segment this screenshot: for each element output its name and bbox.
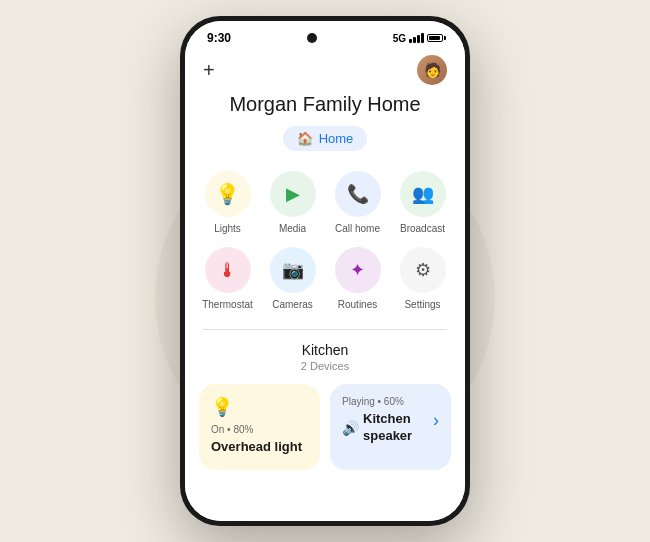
status-time: 9:30 [207,31,231,45]
signal-bars [409,33,424,43]
routines-label: Routines [338,299,377,311]
home-chip-container: 🏠 Home [185,126,465,151]
callhome-icon: 📞 [347,183,369,205]
lights-label: Lights [214,223,241,235]
grid-item-lights[interactable]: 💡 Lights [195,167,260,239]
status-icons: 5G [393,33,443,44]
speaker-card-chevron[interactable]: › [433,410,439,431]
light-card-name: Overhead light [211,439,308,456]
home-chip[interactable]: 🏠 Home [283,126,368,151]
media-icon-circle: ▶ [270,171,316,217]
camera-notch [307,33,317,43]
grid-item-media[interactable]: ▶ Media [260,167,325,239]
section-divider [203,329,447,330]
cameras-icon: 📷 [282,259,304,281]
speaker-card-top: Playing • 60% 🔊 Kitchen speaker › [342,396,439,445]
callhome-icon-circle: 📞 [335,171,381,217]
broadcast-icon: 👥 [412,183,434,205]
bar1 [409,39,412,43]
home-chip-label: Home [319,131,354,146]
lights-icon-circle: 💡 [205,171,251,217]
grid-item-thermostat[interactable]: 🌡 Thermostat [195,243,260,315]
status-bar: 9:30 5G [185,21,465,49]
grid-item-routines[interactable]: ✦ Routines [325,243,390,315]
speaker-card-status: Playing • 60% [342,396,433,407]
device-cards: 💡 On • 80% Overhead light Playing • 60% … [185,384,465,486]
grid-item-broadcast[interactable]: 👥 Broadcast [390,167,455,239]
speaker-card-left: Playing • 60% 🔊 Kitchen speaker [342,396,433,445]
avatar[interactable]: 🧑 [417,55,447,85]
signal-label: 5G [393,33,406,44]
settings-label: Settings [404,299,440,311]
grid-item-cameras[interactable]: 📷 Cameras [260,243,325,315]
light-card-status: On • 80% [211,424,308,435]
shortcut-grid: 💡 Lights ▶ Media 📞 Call home [185,167,465,315]
speaker-icon: 🔊 [342,420,359,436]
cameras-icon-circle: 📷 [270,247,316,293]
light-card[interactable]: 💡 On • 80% Overhead light [199,384,320,470]
speaker-card[interactable]: Playing • 60% 🔊 Kitchen speaker › [330,384,451,470]
light-card-icon: 💡 [211,396,308,418]
bar3 [417,35,420,43]
room-title: Kitchen [185,342,465,358]
add-button[interactable]: + [203,59,215,82]
broadcast-label: Broadcast [400,223,445,235]
thermostat-label: Thermostat [202,299,253,311]
bar2 [413,37,416,43]
app-content: + 🧑 Morgan Family Home 🏠 Home 💡 [185,49,465,521]
speaker-card-name: Kitchen speaker [363,411,433,445]
battery-fill [429,36,440,40]
lights-icon: 💡 [215,182,240,206]
phone-frame: 9:30 5G + 🧑 [180,16,470,526]
bar4 [421,33,424,43]
grid-item-call-home[interactable]: 📞 Call home [325,167,390,239]
top-bar: + 🧑 [185,49,465,89]
media-icon: ▶ [286,183,300,205]
settings-icon: ⚙ [415,259,431,281]
routines-icon-circle: ✦ [335,247,381,293]
thermostat-icon: 🌡 [218,259,238,282]
room-device-count: 2 Devices [185,360,465,372]
settings-icon-circle: ⚙ [400,247,446,293]
broadcast-icon-circle: 👥 [400,171,446,217]
grid-item-settings[interactable]: ⚙ Settings [390,243,455,315]
avatar-image: 🧑 [424,62,441,78]
cameras-label: Cameras [272,299,313,311]
home-chip-icon: 🏠 [297,131,313,146]
media-label: Media [279,223,306,235]
home-title: Morgan Family Home [185,89,465,126]
callhome-label: Call home [335,223,380,235]
thermostat-icon-circle: 🌡 [205,247,251,293]
battery-icon [427,34,443,42]
routines-icon: ✦ [350,259,365,281]
